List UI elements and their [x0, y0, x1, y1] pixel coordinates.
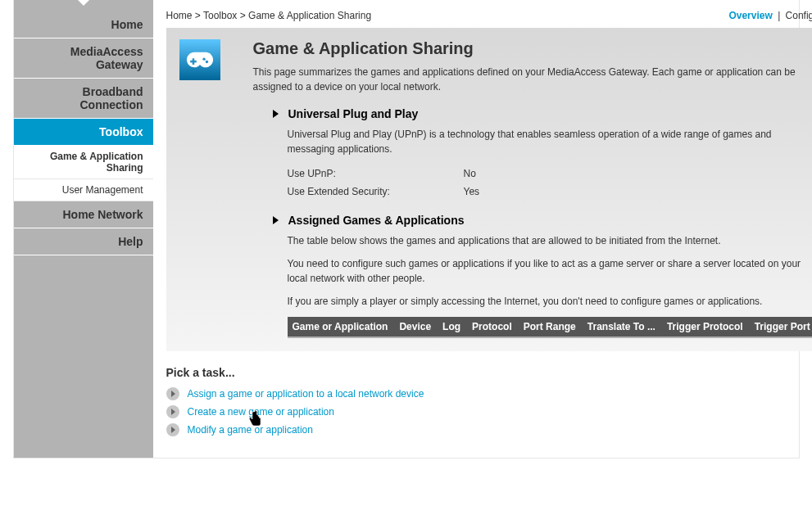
view-links: Overview | Configure: [728, 10, 812, 21]
crumb-toolbox[interactable]: Toolbox: [203, 10, 237, 21]
task-bullet-icon: [166, 405, 179, 418]
col-port-range: Port Range: [524, 321, 576, 332]
breadcrumb: Home > Toolbox > Game & Application Shar…: [166, 10, 372, 21]
section-arrow-icon: [273, 110, 279, 118]
content-panel: Game & Application Sharing This page sum…: [166, 28, 813, 351]
view-configure-link[interactable]: Configure: [786, 10, 812, 21]
sub-nav: Game & Application Sharing User Manageme…: [14, 146, 153, 201]
section-assigned: Assigned Games & Applications The table …: [270, 214, 813, 338]
kv-value: Yes: [464, 186, 480, 197]
nav-mediaaccess[interactable]: MediaAccess Gateway: [14, 38, 153, 79]
col-trigger-port: Trigger Port: [755, 321, 810, 332]
task-assign[interactable]: Assign a game or application to a local …: [188, 388, 424, 400]
task-modify[interactable]: Modify a game or application: [188, 424, 313, 436]
nav-toolbox[interactable]: Toolbox: [14, 119, 153, 146]
svg-point-3: [205, 61, 207, 63]
assigned-p1: The table below shows the games and appl…: [288, 233, 813, 248]
game-controller-icon: [179, 39, 220, 80]
view-overview-link[interactable]: Overview: [728, 10, 772, 21]
col-device: Device: [399, 321, 431, 332]
page-description: This page summarizes the games and appli…: [253, 65, 813, 94]
kv-row-upnp: Use UPnP: No: [288, 165, 813, 183]
section-arrow-icon: [273, 216, 279, 224]
section-upnp-title: Universal Plug and Play: [288, 107, 419, 120]
subnav-user-management[interactable]: User Management: [14, 179, 153, 201]
kv-key: Use Extended Security:: [288, 186, 464, 197]
kv-row-extsec: Use Extended Security: Yes: [288, 183, 813, 201]
section-upnp: Universal Plug and Play Universal Plug a…: [270, 107, 813, 201]
nav-home-network[interactable]: Home Network: [14, 201, 153, 228]
kv-key: Use UPnP:: [288, 168, 464, 179]
col-log: Log: [442, 321, 460, 332]
nav-home[interactable]: Home: [14, 11, 153, 38]
main-content: Home > Toolbox > Game & Application Shar…: [153, 0, 813, 458]
sidebar: Home MediaAccess Gateway Broadband Conne…: [14, 0, 153, 458]
col-protocol: Protocol: [472, 321, 512, 332]
sidebar-notch: [78, 0, 89, 6]
task-bullet-icon: [166, 387, 179, 400]
page-title: Game & Application Sharing: [253, 39, 813, 58]
col-game-app: Game or Application: [293, 321, 388, 332]
kv-value: No: [464, 168, 476, 179]
assigned-p3: If you are simply a player or simply acc…: [288, 294, 813, 309]
svg-rect-1: [190, 61, 197, 63]
table-header: Game or Application Device Log Protocol …: [288, 317, 813, 338]
tasks-section: Pick a task... Assign a game or applicat…: [166, 366, 813, 436]
assigned-p2: You need to configure such games or appl…: [288, 256, 813, 286]
svg-point-2: [202, 57, 205, 60]
nav-broadband[interactable]: Broadband Connection: [14, 79, 153, 119]
tasks-title: Pick a task...: [166, 366, 813, 379]
subnav-game-app-sharing[interactable]: Game & Application Sharing: [14, 146, 153, 179]
task-create[interactable]: Create a new game or application: [188, 406, 334, 418]
section-assigned-title: Assigned Games & Applications: [288, 214, 465, 227]
upnp-description: Universal Plug and Play (UPnP) is a tech…: [288, 127, 813, 156]
col-trigger-protocol: Trigger Protocol: [667, 321, 743, 332]
crumb-home[interactable]: Home: [166, 10, 193, 21]
col-translate: Translate To ...: [587, 321, 655, 332]
nav-help[interactable]: Help: [14, 228, 153, 255]
task-bullet-icon: [166, 423, 179, 436]
crumb-current: Game & Application Sharing: [248, 10, 371, 21]
